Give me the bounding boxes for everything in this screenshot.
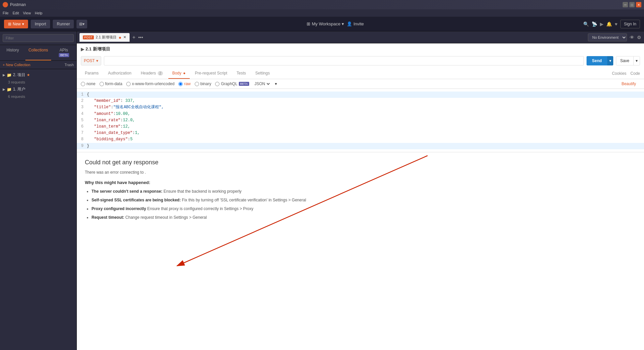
expand-arrow-icon[interactable]: ▶ xyxy=(81,47,84,52)
menu-edit[interactable]: Edit xyxy=(13,11,19,15)
menu-help[interactable]: Help xyxy=(35,11,42,15)
radio-form-data[interactable]: form-data xyxy=(100,81,122,86)
beautify-button[interactable]: Beautify xyxy=(618,81,640,86)
radio-graphql[interactable]: GraphQL BETA xyxy=(215,81,249,86)
bullet-3-bold: Proxy configured incorrectly xyxy=(92,206,146,211)
tab-authorization[interactable]: Authorization xyxy=(104,68,135,79)
chevron-right-icon-2: ▶ xyxy=(3,88,5,91)
tab-more-button[interactable]: ••• xyxy=(138,35,143,40)
tab-pre-request[interactable]: Pre-request Script xyxy=(191,68,231,79)
collection-item-2[interactable]: ▶ 📁 2. 项目 ★ xyxy=(0,70,76,79)
radio-raw[interactable]: raw xyxy=(178,81,190,86)
run-icon[interactable]: ▶ xyxy=(600,21,604,27)
graphql-badge: BETA xyxy=(239,82,249,86)
toolbar-right: 🔍 📡 ▶ 🔔 ♥ Sign In xyxy=(583,20,640,28)
request-tab-right-links: Cookies Code xyxy=(612,71,640,76)
response-why-title: Why this might have happened: xyxy=(85,180,636,185)
star-icon: ★ xyxy=(27,73,30,77)
save-dropdown-button[interactable]: ▾ xyxy=(633,56,640,65)
cookies-link[interactable]: Cookies xyxy=(612,71,626,76)
response-error-title: Could not get any response xyxy=(85,159,636,166)
tab-history[interactable]: History xyxy=(0,45,25,60)
code-line-3: 3 "title":"报名ABC全栈自动化课程", xyxy=(77,104,644,111)
apis-beta-badge: BETA xyxy=(59,53,69,57)
collection-item-1[interactable]: ▶ 📁 1. 用户 xyxy=(0,85,76,94)
request-tab-active[interactable]: POST 2.1 新增项目 ● ✕ xyxy=(79,33,130,42)
sidebar-search-container xyxy=(0,31,76,45)
import-button[interactable]: Import xyxy=(31,20,50,28)
tab-unsaved-dot: ● xyxy=(119,35,121,40)
radio-binary[interactable]: binary xyxy=(195,81,211,86)
eye-icon[interactable]: 👁 xyxy=(630,35,634,40)
environment-select[interactable]: No Environment xyxy=(588,33,627,41)
code-link[interactable]: Code xyxy=(630,71,640,76)
code-line-4: 4 "amount":10.00, xyxy=(77,111,644,117)
code-editor[interactable]: 1 { 2 "member_id": 337, 3 "title":"报名ABC… xyxy=(77,89,644,152)
response-bullet-3: Proxy configured incorrectly Ensure that… xyxy=(92,206,636,212)
close-button[interactable]: ✕ xyxy=(636,2,641,7)
tab-apis[interactable]: APIs BETA xyxy=(51,45,76,60)
workspace-button[interactable]: ⊞ My Workspace ▾ xyxy=(307,21,344,26)
bell-icon[interactable]: 🔔 xyxy=(606,21,612,27)
method-select[interactable]: POST ▾ xyxy=(81,56,101,65)
settings-icon[interactable]: ⚙ xyxy=(637,35,641,40)
menu-bar: File Edit View Help xyxy=(0,9,644,17)
search-toolbar-icon[interactable]: 🔍 xyxy=(583,21,589,27)
tab-headers[interactable]: Headers 2 xyxy=(137,68,167,79)
trash-button[interactable]: Trash xyxy=(64,63,74,67)
url-input[interactable] xyxy=(104,56,584,65)
menu-file[interactable]: File xyxy=(3,11,9,15)
sidebar-search-input[interactable] xyxy=(3,34,74,42)
invite-button[interactable]: 👤 Invite xyxy=(347,21,364,26)
send-dropdown-button[interactable]: ▾ xyxy=(607,56,613,65)
minimize-button[interactable]: ─ xyxy=(623,2,628,7)
tab-add-button[interactable]: + xyxy=(131,34,137,40)
sidebar-tabs: History Collections APIs BETA xyxy=(0,45,76,61)
menu-view[interactable]: View xyxy=(23,11,31,15)
radio-urlencoded[interactable]: x-www-form-urlencoded xyxy=(126,81,174,86)
request-tabs: Params Authorization Headers 2 Body ● Pr… xyxy=(77,68,644,79)
tab-settings[interactable]: Settings xyxy=(251,68,274,79)
request-url-bar: POST ▾ Send ▾ Save ▾ xyxy=(77,55,644,68)
heart-icon[interactable]: ♥ xyxy=(615,21,617,27)
bullet-2-bold: Self-signed SSL certificates are being b… xyxy=(92,198,181,202)
workspace-grid-icon: ⊞ xyxy=(307,21,310,26)
send-button[interactable]: Send xyxy=(587,56,607,65)
tab-close-icon[interactable]: ✕ xyxy=(123,35,126,39)
satellite-icon[interactable]: 📡 xyxy=(592,21,597,27)
format-select[interactable]: JSON xyxy=(253,81,271,86)
tab-params[interactable]: Params xyxy=(81,68,103,79)
radio-none[interactable]: none xyxy=(81,81,96,86)
body-dot: ● xyxy=(183,71,185,75)
tab-bar-right: No Environment 👁 ⚙ xyxy=(588,33,641,41)
app-title: Postman xyxy=(10,2,623,7)
response-bullet-4: Request timeout: Change request timeout … xyxy=(92,214,636,220)
tab-bar: POST 2.1 新增项目 ● ✕ + ••• No Environment 👁… xyxy=(77,31,644,43)
tab-tests[interactable]: Tests xyxy=(232,68,250,79)
code-line-1: 1 { xyxy=(77,92,644,98)
collection-sub-2: 3 requests xyxy=(8,79,76,85)
sign-in-button[interactable]: Sign In xyxy=(620,20,640,28)
new-button[interactable]: ⊞ New ▾ xyxy=(4,20,28,28)
response-bullet-2: Self-signed SSL certificates are being b… xyxy=(92,197,636,203)
new-dropdown-icon: ▾ xyxy=(22,22,24,26)
toolbar-center: ⊞ My Workspace ▾ 👤 Invite xyxy=(90,21,581,26)
request-panel: ▶ 2.1 新增项目 POST ▾ Send ▾ Save ▾ xyxy=(77,43,644,152)
new-collection-button[interactable]: + New Collection xyxy=(3,63,30,67)
save-button-group: Save ▾ xyxy=(616,56,640,65)
runner-button[interactable]: Runner xyxy=(53,20,74,28)
save-button[interactable]: Save xyxy=(616,56,633,65)
workspace-chevron-icon: ▾ xyxy=(342,21,344,26)
main-layout: History Collections APIs BETA + New Coll… xyxy=(0,31,644,350)
collection-sub-1: 6 requests xyxy=(8,94,76,99)
tab-collections[interactable]: Collections xyxy=(25,45,51,60)
method-badge: POST xyxy=(83,35,94,39)
method-chevron-icon: ▾ xyxy=(96,58,98,63)
toolbar-extra-button[interactable]: ⊞▾ xyxy=(76,20,87,28)
collection-list: ▶ 📁 2. 项目 ★ 3 requests ▶ 📁 1. 用户 6 reque… xyxy=(0,69,76,350)
bullet-1-text: Ensure that the backend is working prope… xyxy=(164,189,241,194)
bullet-4-bold: Request timeout: xyxy=(92,215,124,220)
maximize-button[interactable]: □ xyxy=(629,2,635,7)
tab-body[interactable]: Body ● xyxy=(168,68,190,79)
bullet-1-bold: The server couldn't send a response: xyxy=(92,189,162,194)
